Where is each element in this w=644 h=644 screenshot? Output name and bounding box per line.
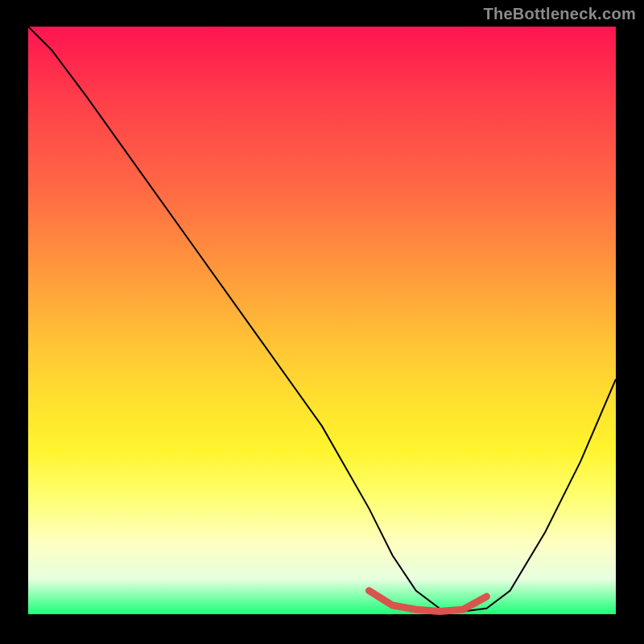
plot-area [28, 27, 616, 614]
chart-svg [28, 27, 616, 614]
bottleneck-highlight [369, 591, 486, 612]
watermark-label: TheBottleneck.com [483, 5, 636, 23]
bottleneck-line [28, 27, 616, 611]
chart-frame: TheBottleneck.com [0, 0, 644, 644]
